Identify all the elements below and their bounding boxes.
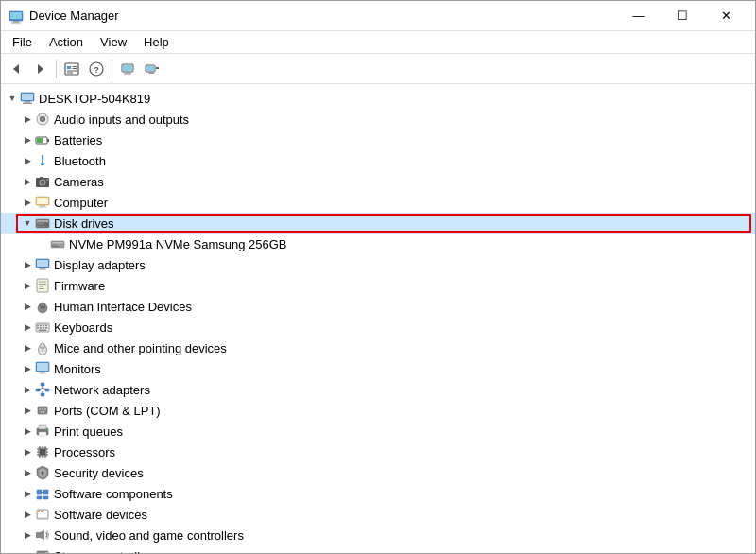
tree-item-sound[interactable]: ▶ Sound, video and game controllers xyxy=(1,525,755,545)
battery-icon xyxy=(35,132,50,147)
tree-root[interactable]: ▼ DESKTOP-504K819 xyxy=(1,88,755,109)
software-comp-icon xyxy=(35,486,50,501)
properties-button[interactable] xyxy=(60,58,83,80)
expand-security[interactable]: ▶ xyxy=(20,465,35,480)
tree-item-computer[interactable]: ▶ Computer xyxy=(1,192,755,213)
menu-file[interactable]: File xyxy=(5,33,40,51)
network-icon xyxy=(35,382,50,397)
tree-item-batteries[interactable]: ▶ Batteries xyxy=(1,130,755,150)
tree-item-audio[interactable]: ▶ Audio inputs and outputs xyxy=(1,109,755,130)
window-title: Device Manager xyxy=(29,9,617,23)
svg-rect-93 xyxy=(38,407,47,414)
expand-ports[interactable]: ▶ xyxy=(20,403,35,418)
expand-network[interactable]: ▶ xyxy=(20,382,35,397)
tree-item-storage[interactable]: ▶ Storage controllers xyxy=(1,545,755,553)
svg-point-102 xyxy=(46,429,48,431)
nvme-label: NVMe PM991a NVMe Samsung 256GB xyxy=(69,237,287,251)
audio-icon xyxy=(35,112,50,127)
minimize-button[interactable]: — xyxy=(617,1,661,31)
tree-item-hid[interactable]: ▶ Human Interface Devices xyxy=(1,296,755,317)
menu-help[interactable]: Help xyxy=(136,33,177,51)
close-button[interactable]: ✕ xyxy=(704,1,747,31)
app-icon xyxy=(9,9,24,24)
expand-software-dev[interactable]: ▶ xyxy=(20,507,35,522)
tree-item-display[interactable]: ▶ Display adapters xyxy=(1,254,755,275)
scan-hardware-button[interactable] xyxy=(141,58,163,80)
svg-rect-24 xyxy=(22,94,33,100)
tree-item-nvme[interactable]: ▶ NVMe PM991a NVMe Samsung 256GB xyxy=(1,234,755,254)
bluetooth-icon: ⭣ xyxy=(35,153,50,168)
toolbar: ? xyxy=(1,54,755,84)
menu-view[interactable]: View xyxy=(93,33,134,51)
svg-rect-2 xyxy=(13,21,19,23)
expand-disk-drives[interactable]: ▼ xyxy=(20,216,35,231)
expand-print[interactable]: ▶ xyxy=(20,424,35,439)
expand-sound[interactable]: ▶ xyxy=(20,528,35,543)
expand-mice[interactable]: ▶ xyxy=(20,340,35,355)
expand-cameras[interactable]: ▶ xyxy=(20,174,35,189)
svg-rect-74 xyxy=(45,327,47,329)
svg-rect-68 xyxy=(40,325,42,327)
expand-nvme[interactable]: ▶ xyxy=(35,236,50,251)
expand-root[interactable]: ▼ xyxy=(5,91,20,106)
tree-item-firmware[interactable]: ▶ Firmware xyxy=(1,275,755,296)
expand-batteries[interactable]: ▶ xyxy=(20,132,35,147)
firmware-icon xyxy=(35,278,50,293)
svg-point-47 xyxy=(45,224,47,226)
title-bar: Device Manager — ☐ ✕ xyxy=(1,1,755,31)
tree-item-security[interactable]: ▶ Security devices xyxy=(1,462,755,483)
expand-keyboards[interactable]: ▶ xyxy=(20,320,35,335)
bluetooth-label: Bluetooth xyxy=(54,154,106,168)
expand-storage[interactable]: ▶ xyxy=(20,548,35,553)
tree-item-cameras[interactable]: ▶ Cameras xyxy=(1,171,755,192)
expand-software-comp[interactable]: ▶ xyxy=(20,486,35,501)
root-label: DESKTOP-504K819 xyxy=(39,92,150,106)
update-driver-button[interactable] xyxy=(116,58,139,80)
svg-point-96 xyxy=(44,408,46,410)
maximize-button[interactable]: ☐ xyxy=(661,1,704,31)
hid-label: Human Interface Devices xyxy=(54,300,192,314)
tree-item-software-comp[interactable]: ▶ Software components xyxy=(1,483,755,504)
svg-rect-104 xyxy=(40,449,45,455)
software-dev-label: Software devices xyxy=(54,508,147,522)
tree-item-monitors[interactable]: ▶ Monitors xyxy=(1,358,755,379)
print-icon xyxy=(35,424,50,439)
svg-rect-101 xyxy=(39,432,46,436)
mice-label: Mice and other pointing devices xyxy=(54,341,227,355)
window-controls: — ☐ ✕ xyxy=(617,1,747,31)
tree-item-disk-drives[interactable]: ▼ Disk drives xyxy=(1,213,755,234)
ports-label: Ports (COM & LPT) xyxy=(54,404,161,418)
expand-hid[interactable]: ▶ xyxy=(20,299,35,314)
expand-display[interactable]: ▶ xyxy=(20,257,35,272)
menu-action[interactable]: Action xyxy=(42,33,91,51)
svg-rect-33 xyxy=(37,138,43,143)
svg-rect-38 xyxy=(40,177,43,179)
tree-item-bluetooth[interactable]: ▶ ⭣ Bluetooth xyxy=(1,150,755,171)
help-button[interactable]: ? xyxy=(85,58,108,80)
tree-item-ports[interactable]: ▶ Ports (COM & LPT) xyxy=(1,400,755,421)
expand-bluetooth[interactable]: ▶ xyxy=(20,153,35,168)
svg-rect-20 xyxy=(156,67,159,69)
tree-item-print[interactable]: ▶ Print queues xyxy=(1,421,755,441)
tree-item-software-dev[interactable]: ▶ Software devices xyxy=(1,504,755,525)
svg-rect-82 xyxy=(37,363,48,371)
expand-monitors[interactable]: ▶ xyxy=(20,361,35,376)
forward-button[interactable] xyxy=(29,58,52,80)
back-button[interactable] xyxy=(5,58,27,80)
tree-item-mice[interactable]: ▶ Mice and other pointing devices xyxy=(1,338,755,358)
svg-rect-122 xyxy=(43,496,48,499)
svg-rect-72 xyxy=(40,327,42,329)
expand-firmware[interactable]: ▶ xyxy=(20,278,35,293)
tree-item-network[interactable]: ▶ Network adapters xyxy=(1,379,755,400)
svg-rect-67 xyxy=(37,325,39,327)
expand-processors[interactable]: ▶ xyxy=(20,444,35,459)
device-manager-window: Device Manager — ☐ ✕ File Action View He… xyxy=(0,0,756,554)
svg-rect-85 xyxy=(41,383,44,386)
svg-rect-121 xyxy=(37,496,42,499)
tree-item-keyboards[interactable]: ▶ Keyboards xyxy=(1,317,755,338)
expand-audio[interactable]: ▶ xyxy=(20,112,35,127)
keyboard-icon xyxy=(35,320,50,335)
svg-rect-50 xyxy=(52,242,63,244)
tree-item-processors[interactable]: ▶ Proces xyxy=(1,441,755,462)
expand-computer[interactable]: ▶ xyxy=(20,195,35,210)
